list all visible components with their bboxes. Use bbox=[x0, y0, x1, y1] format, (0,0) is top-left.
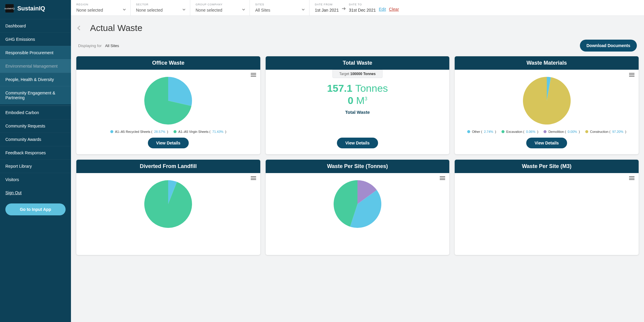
filter-sector[interactable]: SECTOR None selected bbox=[131, 0, 190, 15]
page-title: Actual Waste bbox=[90, 23, 143, 33]
legend-name: A1–A5 Recycled Sheets ( bbox=[115, 130, 152, 133]
sidebar-item-label: Responsible Procurement bbox=[5, 50, 53, 55]
sidebar-item-label: Report Library bbox=[5, 164, 32, 169]
legend-item: Excavation ( 0.06% ) bbox=[501, 130, 538, 133]
filter-label: SECTOR bbox=[136, 3, 185, 6]
date-from-group: DATE FROM 1st Jan 2021 bbox=[315, 3, 339, 13]
sidebar-item-label: Community Awards bbox=[5, 137, 41, 142]
card-menu-icon[interactable] bbox=[440, 176, 445, 181]
sidebar-item-embodied-carbon[interactable]: Embodied Carbon bbox=[0, 106, 71, 119]
legend-percent: 0.00% bbox=[568, 130, 577, 133]
sidebar-item-dashboard[interactable]: Dashboard bbox=[0, 19, 71, 32]
back-button[interactable] bbox=[74, 23, 84, 33]
download-documents-button[interactable]: Download Documents bbox=[580, 40, 637, 52]
legend-name: Demolition ( bbox=[548, 130, 566, 133]
chart-legend: Other ( 2.74% )Excavation ( 0.06% )Demol… bbox=[467, 130, 626, 133]
displaying-for-scope: All Sites bbox=[105, 43, 119, 48]
card-menu-icon[interactable] bbox=[251, 176, 256, 181]
sidebar-item-label: Visitors bbox=[5, 177, 19, 182]
chevron-down-icon bbox=[123, 7, 126, 13]
date-edit-link[interactable]: Edit bbox=[379, 7, 386, 12]
sidebar-item-feedback[interactable]: Feedback Responses bbox=[0, 146, 71, 159]
date-clear-link[interactable]: Clear bbox=[389, 7, 399, 12]
card-office-waste: Office Waste A1–A5 Recycled Sheets ( 28.… bbox=[76, 56, 260, 154]
go-to-input-app-button[interactable]: Go to Input App bbox=[5, 203, 66, 215]
view-details-button[interactable]: View Details bbox=[148, 138, 189, 148]
filter-label: SITES bbox=[255, 3, 304, 6]
sidebar-item-community-awards[interactable]: Community Awards bbox=[0, 133, 71, 146]
legend-dot-icon bbox=[501, 130, 504, 133]
card-menu-icon[interactable] bbox=[629, 176, 634, 181]
signout-label: Sign Out bbox=[5, 190, 21, 195]
pie-chart bbox=[144, 77, 192, 126]
legend-percent: 97.20% bbox=[612, 130, 623, 133]
arrow-right-icon bbox=[342, 7, 346, 12]
legend-name: A1–A5 Virgin Sheets ( bbox=[178, 130, 210, 133]
main: REGION None selected SECTOR None selecte… bbox=[71, 0, 644, 322]
legend-name: Construction ( bbox=[590, 130, 610, 133]
legend-percent: 71.43% bbox=[212, 130, 223, 133]
sidebar-item-visitors[interactable]: Visitors bbox=[0, 173, 71, 186]
chevron-down-icon bbox=[242, 7, 245, 13]
signout-link[interactable]: Sign Out bbox=[0, 186, 71, 199]
filter-value: None selected bbox=[196, 8, 244, 13]
brand: sustainIQ SustainIQ bbox=[0, 0, 71, 19]
legend-dot-icon bbox=[544, 130, 547, 133]
metric-unit: M bbox=[356, 95, 365, 106]
chevron-down-icon bbox=[182, 7, 186, 13]
date-from-value: 1st Jan 2021 bbox=[315, 8, 339, 13]
card-diverted: Diverted From Landfill bbox=[76, 160, 260, 255]
sidebar-item-label: Feedback Responses bbox=[5, 150, 46, 155]
legend-item: Construction ( 97.20% ) bbox=[585, 130, 626, 133]
view-details-button[interactable]: View Details bbox=[526, 138, 567, 148]
sidebar-item-procurement[interactable]: Responsible Procurement bbox=[0, 46, 71, 59]
sidebar-item-label: Dashboard bbox=[5, 24, 26, 28]
metric-unit: Tonnes bbox=[355, 83, 388, 94]
card-waste-materials: Waste Materials Other ( 2.74% )Excavatio… bbox=[455, 56, 639, 154]
sidebar-item-env-mgmt[interactable]: Environmental Management bbox=[0, 59, 71, 73]
filter-date-range: DATE FROM 1st Jan 2021 DATE TO 31st Dec … bbox=[309, 0, 404, 15]
view-details-button[interactable]: View Details bbox=[337, 138, 378, 148]
sidebar-item-community[interactable]: Community Engagement & Partnering bbox=[0, 86, 71, 104]
filter-label: REGION bbox=[76, 3, 125, 6]
card-grid: Office Waste A1–A5 Recycled Sheets ( 28.… bbox=[71, 56, 644, 260]
filter-bar: REGION None selected SECTOR None selecte… bbox=[71, 0, 644, 16]
sidebar-item-ghg[interactable]: GHG Emissions bbox=[0, 32, 71, 46]
target-pill: Target 100000 Tonnes bbox=[332, 70, 383, 78]
filter-sites[interactable]: SITES All Sites bbox=[250, 0, 309, 15]
filter-value: None selected bbox=[76, 8, 125, 13]
legend-dot-icon bbox=[110, 130, 113, 133]
card-title: Waste Per Site (M3) bbox=[455, 160, 639, 173]
legend-item: A1–A5 Recycled Sheets ( 28.57% ) bbox=[110, 130, 168, 133]
date-to-group: DATE TO 31st Dec 2021 bbox=[349, 3, 376, 13]
sidebar-item-people[interactable]: People, Health & Diversity bbox=[0, 73, 71, 86]
card-menu-icon[interactable] bbox=[251, 73, 256, 78]
sidebar-item-label: Community Requests bbox=[5, 124, 45, 128]
metric-value: 0 bbox=[348, 95, 353, 106]
target-prefix: Target bbox=[339, 72, 349, 76]
legend-percent: 0.06% bbox=[526, 130, 535, 133]
card-menu-icon[interactable] bbox=[629, 73, 634, 78]
target-value: 100000 Tonnes bbox=[350, 72, 376, 76]
card-per-site-tonnes: Waste Per Site (Tonnes) bbox=[266, 160, 450, 255]
pie-chart bbox=[334, 180, 381, 229]
brand-logo: sustainIQ bbox=[5, 4, 14, 13]
pie-chart bbox=[523, 77, 571, 126]
filter-group-company[interactable]: GROUP COMPANY None selected bbox=[190, 0, 250, 15]
chevron-down-icon bbox=[301, 7, 305, 13]
card-per-site-m3: Waste Per Site (M3) bbox=[455, 160, 639, 255]
sidebar-item-report-library[interactable]: Report Library bbox=[0, 159, 71, 173]
legend-percent: 2.74% bbox=[484, 130, 493, 133]
displaying-for: Displaying for All Sites bbox=[78, 43, 119, 48]
filter-label: DATE TO bbox=[349, 3, 376, 6]
sidebar-item-community-requests[interactable]: Community Requests bbox=[0, 119, 71, 133]
card-title: Total Waste bbox=[266, 56, 450, 70]
card-title: Diverted From Landfill bbox=[76, 160, 260, 173]
filter-value: All Sites bbox=[255, 8, 304, 13]
chart-legend: A1–A5 Recycled Sheets ( 28.57% )A1–A5 Vi… bbox=[110, 130, 226, 133]
filter-region[interactable]: REGION None selected bbox=[71, 0, 131, 15]
sidebar-item-label: Embodied Carbon bbox=[5, 110, 39, 115]
total-waste-subtitle: Total Waste bbox=[345, 110, 370, 115]
date-to-value: 31st Dec 2021 bbox=[349, 8, 376, 13]
total-waste-m3: 0 M3 bbox=[348, 94, 367, 107]
